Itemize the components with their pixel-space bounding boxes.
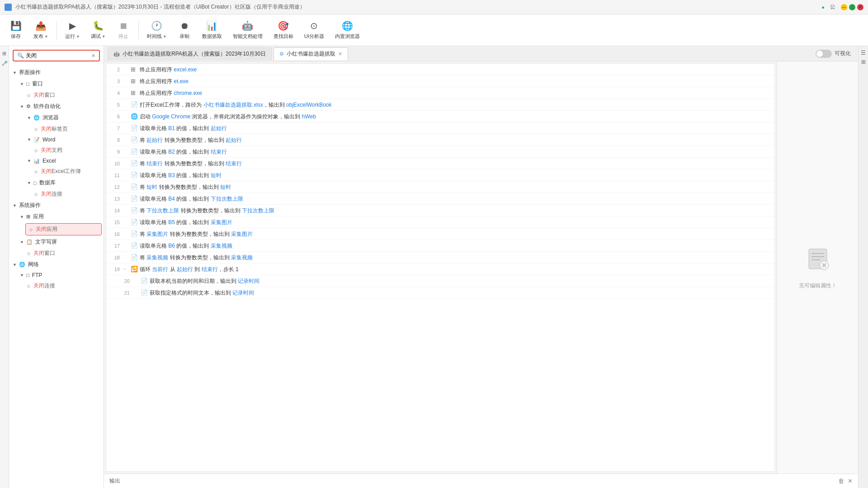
tree-arrow-close-excel: ◇ [34,169,39,174]
find-target-icon: 🎯 [278,20,289,31]
tree-item-close-app[interactable]: ◇ 关闭应用 [25,223,102,235]
tree-node-excel: ▼ 📊 Excel ◇ 关闭Excel工作簿 [24,156,104,177]
tree-node-word: ▼ 📝 Word ◇ 关闭文档 [24,135,104,156]
left-tool-2[interactable]: 🔧 [1,60,7,66]
search-box[interactable]: 🔍 ✕ [13,50,100,61]
record-label: 录制 [179,33,189,40]
ui-analyzer-button[interactable]: ⊙ UI分析器 [300,18,329,42]
tree-item-interface[interactable]: ▼ 界面操作 [9,67,104,78]
tab-main[interactable]: 🤖 小红书爆款选题抓取RPA机器人（搜索版）2023年10月30日 [108,47,272,60]
line-icon-2: ⊞ [131,66,140,73]
tree-children-network: ▼ □ FTP ◇ 关闭连接 [9,270,104,291]
find-target-button[interactable]: 🎯 查找目标 [269,18,298,42]
highlight-19c: 结束行 [202,266,218,272]
highlight-17b: 采集视频 [211,243,232,249]
tree-item-close-doc[interactable]: ◇ 关闭文档 [31,145,104,156]
data-extract-button[interactable]: 📊 数据抓取 [198,18,226,42]
highlight-13a: B4 [168,196,175,202]
tree-item-close-excel[interactable]: ◇ 关闭Excel工作簿 [31,166,104,177]
toggle-switch[interactable] [816,50,832,58]
tree-item-softauto[interactable]: ▼ ⚙ 软件自动化 [16,101,104,112]
tree-item-window[interactable]: ▼ □ 窗口 [16,78,104,89]
tree-item-system[interactable]: ▼ 系统操作 [9,200,104,211]
script-line-18: 18 📄 将 采集视频 转换为整数类型，输出到 采集视频 [106,252,774,263]
script-line-4: 4 ⊞ 终止应用程序 chrome.exe [106,87,774,99]
ai-process-button[interactable]: 🤖 智能文档处理 [228,18,267,42]
highlight-11a: B3 [168,172,175,178]
save-button[interactable]: 💾 保存 [5,18,27,42]
script-line-13: 13 📄 读取单元格 B4 的值，输出到 下拉次数上限 [106,193,774,205]
tree-item-close-ftp[interactable]: ◇ 关闭连接 [24,280,104,291]
maximize-button[interactable]: □ [849,4,855,10]
record-button[interactable]: ⏺ 录制 [173,18,196,42]
minimize-button[interactable]: — [841,4,847,10]
right-sidebar-icon-2[interactable]: ⊞ [861,59,866,65]
line-expand-19[interactable]: − [123,267,131,272]
right-sidebar-icon-1[interactable]: ☰ [861,50,866,56]
tree-arrow-softauto: ▼ [20,104,24,109]
tree-item-close-tab[interactable]: ◇ 关闭标签页 [31,123,104,135]
title-bar-left: 小红书爆款选题抓取RPA机器人（搜索版）2023年10月30日 - 流程创造者（… [5,3,305,11]
schedule-button[interactable]: 🕐 时间线 ▼ [142,18,171,42]
line-num-13: 13 [110,196,123,202]
stop-button[interactable]: ⏹ 停止 [112,18,135,42]
run-button[interactable]: ▶ 运行 ▼ [61,18,85,42]
tree-node-interface: ▼ 界面操作 ▼ □ 窗口 ◇ [9,67,104,200]
tree-item-textscreen[interactable]: ▼ 📋 文字写屏 [16,236,104,248]
tree-text-browser: 浏览器 [42,114,59,122]
tree-item-word[interactable]: ▼ 📝 Word [24,135,104,145]
script-line-14: 14 📄 将 下拉次数上限 转换为整数类型，输出到 下拉次数上限 [106,205,774,216]
tree-item-network[interactable]: ▼ 🌐 网络 [9,259,104,270]
highlight-15b: 采集图片 [211,219,232,225]
tree-arrow-close-window: ◇ [27,93,32,98]
tree-item-excel[interactable]: ▼ 📊 Excel [24,156,104,166]
keyword-close-5: 关闭 [41,191,52,197]
output-delete-button[interactable]: 🗑 [838,478,844,484]
output-close-button[interactable]: ✕ [848,478,853,484]
no-edit-text: 无可编辑属性！ [799,282,837,290]
debug-button[interactable]: 🐛 调试 ▼ [86,18,110,42]
tab-extract[interactable]: ⚙ 小红书爆款选题抓取 ✕ [274,47,348,60]
content-area: 🤖 小红书爆款选题抓取RPA机器人（搜索版）2023年10月30日 ⚙ 小红书爆… [104,46,858,488]
script-line-21: 21 📄 获取指定格式的时间文本，输出到 记录时间 [106,287,774,299]
script-line-8: 8 📄 将 起始行 转换为整数类型，输出到 起始行 [106,134,774,146]
search-input[interactable] [26,52,91,59]
tab-extract-label: 小红书爆款选题抓取 [287,50,335,58]
tree-item-database[interactable]: ▼ □ 数据库 [24,177,104,188]
line-num-17: 17 [110,243,123,249]
highlight-10a: 结束行 [146,160,163,167]
line-content-11: 读取单元格 B3 的值，输出到 短时 [140,171,771,179]
excel-icon: 📊 [33,158,40,164]
tree-text-close-ftp: 关闭连接 [33,282,55,290]
tree-item-close-window[interactable]: ◇ 关闭窗口 [24,89,104,101]
publish-icon: 📤 [35,20,47,31]
tree-node-close-doc: ◇ 关闭文档 [31,145,104,156]
highlight-14b: 下拉次数上限 [242,207,274,214]
line-num-21: 21 [120,290,133,296]
line-content-9: 读取单元格 B2 的值，输出到 结束行 [140,148,771,156]
tab-extract-close[interactable]: ✕ [338,51,342,57]
clear-search-icon[interactable]: ✕ [91,53,95,59]
tree-item-close-window2[interactable]: ◇ 关闭窗口 [24,248,104,259]
tree-item-close-db[interactable]: ◇ 关闭连接 [31,188,104,200]
line-area: 2 ⊞ 终止应用程序 excel.exe 3 ⊞ 终止应用程序 et.exe 4… [106,63,775,472]
visible-toggle[interactable]: 可视化 [816,50,851,58]
close-button[interactable]: ✕ [857,4,863,10]
keyword-close-7: 关闭 [33,250,44,256]
publish-button[interactable]: 📤 发布 ▼ [29,18,53,42]
browser-embed-button[interactable]: 🌐 内置浏览器 [330,18,364,42]
left-tool-1[interactable]: ⊞ [1,52,7,56]
line-content-10: 将 结束行 转换为整数类型，输出到 结束行 [140,160,771,168]
user-avatar[interactable]: 公 [830,3,835,11]
sidebar-tree: ▼ 界面操作 ▼ □ 窗口 ◇ [9,65,104,488]
tree-item-ftp[interactable]: ▼ □ FTP [16,270,104,280]
tree-arrow-close-window2: ◇ [27,251,32,256]
line-num-10: 10 [110,161,123,166]
tree-item-app[interactable]: ▼ ⊞ 应用 [16,211,104,222]
line-icon-15: 📄 [131,219,140,225]
run-arrow: ▼ [76,34,80,39]
line-content-7: 读取单元格 B1 的值，输出到 起始行 [140,124,771,132]
highlight-13b: 下拉次数上限 [211,196,243,202]
output-label: 输出 [109,477,120,485]
tree-item-browser[interactable]: ▼ 🌐 浏览器 [24,112,104,123]
